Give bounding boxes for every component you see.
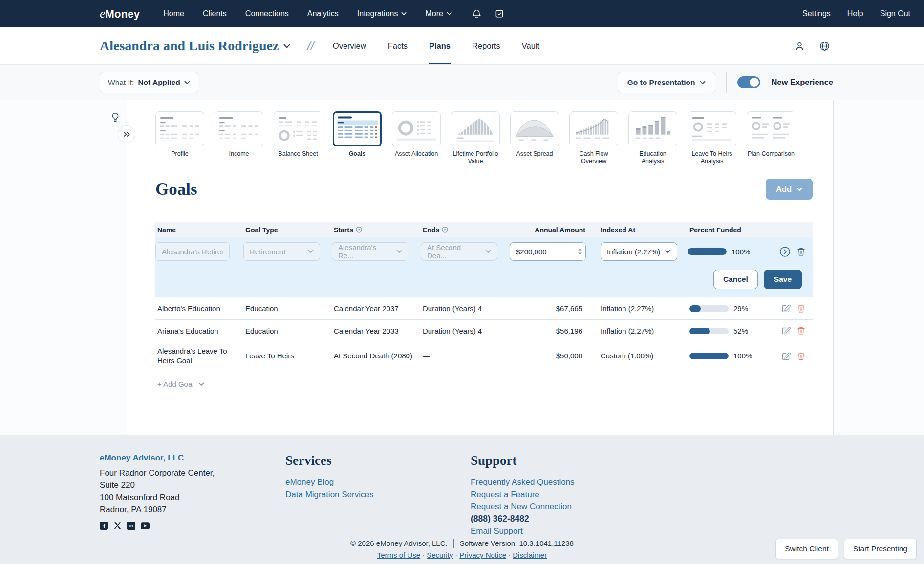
edit-goal-pencil-icon[interactable] [781, 304, 791, 313]
tab-overview[interactable]: Overview [333, 27, 366, 64]
edit-goal-pencil-icon[interactable] [781, 326, 791, 335]
goal-row: Alberto's Education Education Calendar Y… [155, 297, 813, 319]
nav-settings[interactable]: Settings [802, 9, 831, 18]
delete-goal-trash-icon[interactable] [797, 247, 805, 256]
goals-table: Name Goal Type Starts? Ends? Annual Amou… [155, 222, 813, 398]
tab-plans[interactable]: Plans [429, 27, 451, 64]
delete-goal-trash-icon[interactable] [797, 326, 805, 335]
goal-ends-select[interactable]: At Second Dea... [421, 242, 497, 261]
thumbnail-profile[interactable]: Profile [155, 111, 204, 165]
thumbnail-goals[interactable]: Goals [333, 111, 382, 165]
expand-goal-details-icon[interactable] [779, 246, 791, 257]
nav-integrations-label: Integrations [357, 9, 398, 18]
goal-row: Alesandra's Leave To Heirs Goal Leave To… [155, 342, 813, 370]
goal-annual-amount: $67,665 [510, 300, 587, 317]
chevron-down-icon [796, 188, 802, 191]
nav-connections[interactable]: Connections [245, 9, 289, 18]
nav-clients[interactable]: Clients [203, 9, 227, 18]
add-goal-link[interactable]: + Add Goal [157, 380, 204, 388]
thumbnail-leave-to-heirs-analysis[interactable]: Leave To Heirs Analysis [688, 111, 736, 165]
privacy-notice-link[interactable]: Privacy Notice [459, 551, 506, 559]
goal-edit-row: Retirement Alesandra's Re... At Second D… [155, 237, 813, 297]
terms-of-use-link[interactable]: Terms of Use [377, 551, 420, 559]
data-migration-services-link[interactable]: Data Migration Services [285, 488, 373, 501]
tab-reports[interactable]: Reports [472, 27, 500, 64]
whatif-toolbar: What If: Not Applied Go to Presentation … [0, 65, 924, 100]
company-link[interactable]: eMoney Advisor, LLC [100, 453, 184, 463]
goal-indexed-at: Inflation (2.27%) [587, 322, 688, 340]
funded-percent-label: 52% [733, 326, 748, 336]
expand-panel-button[interactable] [118, 125, 135, 143]
new-experience-toggle[interactable] [737, 76, 760, 88]
delete-goal-trash-icon[interactable] [797, 352, 805, 361]
tab-vault[interactable]: Vault [522, 27, 539, 64]
cancel-button[interactable]: Cancel [713, 270, 758, 289]
goal-starts-select[interactable]: Alesandra's Re... [332, 242, 408, 261]
notifications-bell-icon[interactable] [472, 9, 482, 19]
save-button[interactable]: Save [764, 270, 802, 289]
new-experience-label: New Experience [771, 78, 833, 87]
nav-more[interactable]: More [425, 9, 451, 18]
tasks-checkbox-icon[interactable] [494, 9, 504, 19]
email-support-link[interactable]: Email Support [471, 525, 575, 537]
goal-ends-value: At Second Dea... [427, 243, 481, 260]
delete-goal-trash-icon[interactable] [797, 304, 805, 313]
emoney-logo[interactable]: eMoney [100, 6, 140, 21]
lightbulb-tips-icon[interactable] [110, 112, 121, 123]
thumbnail-balance-sheet[interactable]: Balance Sheet [274, 111, 322, 165]
goal-name-input[interactable] [155, 242, 230, 261]
request-feature-link[interactable]: Request a Feature [471, 488, 575, 501]
nav-signout[interactable]: Sign Out [880, 9, 910, 18]
facebook-icon[interactable]: f [100, 522, 108, 530]
nav-help[interactable]: Help [847, 9, 863, 18]
thumbnail-label: Cash Flow Overview [568, 150, 619, 165]
request-connection-link[interactable]: Request a New Connection [471, 501, 575, 513]
goal-type-select[interactable]: Retirement [243, 242, 320, 261]
main-area: Profile Income Balance Sheet Goals [0, 100, 924, 435]
thumbnail-income[interactable]: Income [215, 111, 263, 165]
linkedin-icon[interactable]: in [127, 522, 135, 530]
nav-integrations[interactable]: Integrations [357, 9, 407, 18]
add-button[interactable]: Add [766, 179, 813, 200]
thumbnail-plan-comparison[interactable]: Plan Comparison [747, 111, 795, 165]
column-header-name: Name [155, 223, 243, 237]
company-address-line: Four Radnor Corporate Center, [100, 467, 215, 479]
percent-funded-cell: 52% [688, 322, 779, 340]
security-link[interactable]: Security [427, 551, 453, 559]
disclaimer-link[interactable]: Disclaimer [513, 551, 547, 559]
thumbnail-education-analysis[interactable]: Education Analysis [628, 111, 677, 165]
tab-facts[interactable]: Facts [388, 27, 408, 64]
nav-home[interactable]: Home [163, 9, 184, 18]
funded-percent-label: 29% [733, 304, 748, 313]
user-profile-icon[interactable] [794, 41, 805, 52]
x-twitter-icon[interactable] [113, 522, 122, 530]
help-question-icon[interactable]: ? [442, 227, 448, 233]
annual-amount-input[interactable] [510, 242, 586, 261]
thumbnail-lifetime-portfolio-value[interactable]: Lifetime Portfolio Value [451, 111, 500, 165]
youtube-icon[interactable] [141, 522, 150, 530]
thumbnail-label: Balance Sheet [273, 150, 323, 158]
services-heading: Services [285, 453, 373, 468]
start-presenting-button[interactable]: Start Presenting [844, 539, 917, 559]
page-title: Goals [155, 180, 197, 199]
column-header-starts: Starts? [332, 223, 421, 237]
emoney-blog-link[interactable]: eMoney Blog [285, 476, 373, 488]
go-to-presentation-button[interactable]: Go to Presentation [618, 72, 716, 93]
switch-client-button[interactable]: Switch Client [775, 539, 838, 559]
what-if-dropdown[interactable]: What If: Not Applied [100, 72, 198, 93]
client-name-dropdown[interactable]: Alesandra and Luis Rodriguez [100, 27, 290, 64]
thumbnail-asset-spread[interactable]: Asset Spread [510, 111, 559, 165]
thumbnail-label: Profile [154, 150, 205, 158]
goal-ends: — [421, 347, 510, 365]
column-header-ends: Ends? [421, 223, 510, 237]
globe-language-icon[interactable] [819, 41, 830, 52]
toggle-knob [750, 78, 759, 87]
faq-link[interactable]: Frequently Asked Questions [471, 476, 575, 488]
indexed-at-select[interactable]: Inflation (2.27%) [601, 242, 677, 261]
help-question-icon[interactable]: ? [356, 227, 362, 233]
nav-analytics[interactable]: Analytics [307, 9, 339, 18]
thumbnail-cash-flow-overview[interactable]: Cash Flow Overview [569, 111, 618, 165]
thumbnail-asset-allocation[interactable]: Asset Allocation [392, 111, 441, 165]
edit-goal-pencil-icon[interactable] [781, 352, 791, 361]
amount-stepper[interactable] [578, 248, 582, 255]
